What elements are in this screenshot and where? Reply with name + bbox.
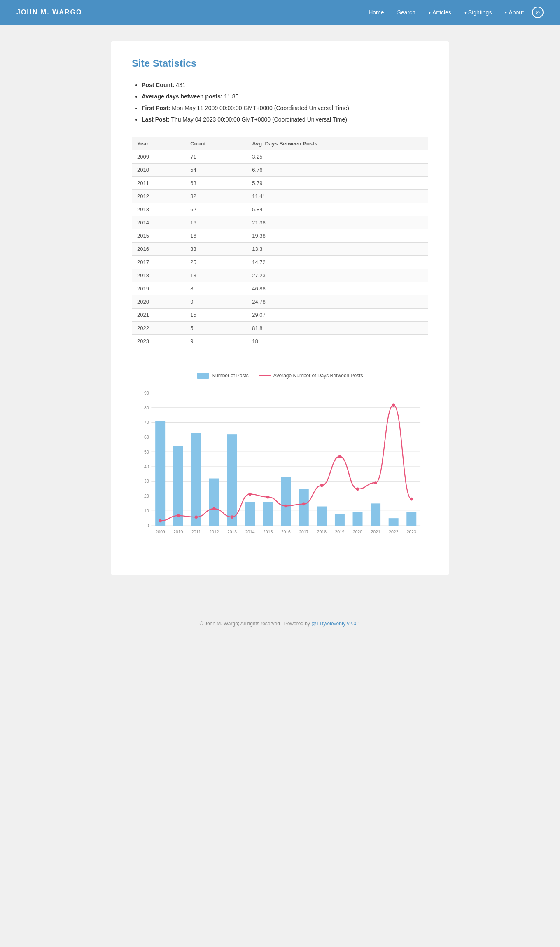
table-body: 2009713.252010546.762011635.7920123211.4…	[132, 150, 428, 348]
legend-bars: Number of Posts	[197, 373, 248, 379]
cell-r0-c1: 71	[185, 150, 247, 164]
svg-rect-24	[227, 434, 237, 526]
site-title: JOHN M. WARGO	[16, 9, 82, 16]
cell-r9-c2: 27.23	[247, 269, 428, 282]
stats-table: Year Count Avg. Days Between Posts 20097…	[132, 137, 428, 348]
svg-rect-26	[263, 502, 273, 526]
table-row: 20181327.23	[132, 269, 428, 282]
svg-text:2012: 2012	[209, 530, 219, 534]
cell-r3-c1: 32	[185, 190, 247, 203]
avg-days-value: 11.85	[224, 93, 238, 100]
svg-point-42	[284, 505, 287, 508]
svg-text:0: 0	[147, 524, 149, 528]
cell-r9-c1: 13	[185, 269, 247, 282]
table-row: 2013625.84	[132, 203, 428, 216]
svg-text:2013: 2013	[227, 530, 237, 534]
svg-point-43	[302, 503, 306, 506]
svg-text:40: 40	[144, 465, 149, 469]
svg-text:2022: 2022	[389, 530, 398, 534]
svg-text:2014: 2014	[245, 530, 254, 534]
svg-rect-23	[209, 479, 219, 526]
avg-days-item: Average days between posts: 11.85	[142, 91, 428, 102]
cell-r11-c2: 24.78	[247, 295, 428, 309]
table-row: 20211529.07	[132, 309, 428, 322]
svg-text:10: 10	[144, 509, 149, 513]
cell-r8-c0: 2017	[132, 256, 185, 269]
table-row: 20163313.3	[132, 243, 428, 256]
svg-rect-34	[406, 512, 416, 526]
stats-list: Post Count: 431 Average days between pos…	[132, 79, 428, 125]
page-title: Site Statistics	[132, 58, 428, 69]
svg-text:2010: 2010	[173, 530, 183, 534]
footer-text: © John M. Wargo; All rights reserved | P…	[200, 621, 312, 627]
cell-r4-c0: 2013	[132, 203, 185, 216]
table-row: 2019846.88	[132, 282, 428, 295]
cell-r10-c0: 2019	[132, 282, 185, 295]
table-row: 2020924.78	[132, 295, 428, 309]
svg-text:20: 20	[144, 494, 149, 498]
cell-r14-c1: 9	[185, 335, 247, 348]
last-post-value: Thu May 04 2023 00:00:00 GMT+0000 (Coord…	[171, 116, 347, 123]
first-post-value: Mon May 11 2009 00:00:00 GMT+0000 (Coord…	[172, 105, 349, 111]
svg-text:60: 60	[144, 435, 149, 440]
svg-point-39	[231, 515, 234, 519]
svg-rect-25	[245, 502, 255, 526]
col-avg-days: Avg. Days Between Posts	[247, 137, 428, 150]
cell-r2-c0: 2011	[132, 177, 185, 190]
nav-articles[interactable]: Articles	[424, 7, 456, 18]
bar-line-chart: 0102030405060708090200920102011201220132…	[132, 385, 428, 549]
svg-text:2017: 2017	[299, 530, 308, 534]
cell-r14-c2: 18	[247, 335, 428, 348]
cell-r7-c1: 33	[185, 243, 247, 256]
cell-r8-c2: 14.72	[247, 256, 428, 269]
svg-text:2011: 2011	[191, 530, 201, 534]
nav-sightings[interactable]: Sightings	[460, 7, 497, 18]
svg-text:2009: 2009	[156, 530, 165, 534]
svg-point-49	[410, 498, 413, 501]
cell-r2-c1: 63	[185, 177, 247, 190]
nav-search[interactable]: Search	[392, 7, 420, 18]
cell-r14-c0: 2023	[132, 335, 185, 348]
table-row: 20172514.72	[132, 256, 428, 269]
cell-r4-c1: 62	[185, 203, 247, 216]
svg-text:70: 70	[144, 420, 149, 425]
cell-r10-c2: 46.88	[247, 282, 428, 295]
cell-r12-c2: 29.07	[247, 309, 428, 322]
cell-r6-c2: 19.38	[247, 229, 428, 243]
svg-point-38	[212, 507, 216, 510]
line-legend-label: Average Number of Days Between Posts	[273, 373, 363, 379]
svg-point-36	[177, 514, 180, 517]
cell-r13-c0: 2022	[132, 322, 185, 335]
nav-home[interactable]: Home	[364, 7, 389, 18]
cell-r12-c0: 2021	[132, 309, 185, 322]
last-post-item: Last Post: Thu May 04 2023 00:00:00 GMT+…	[142, 114, 428, 125]
cell-r0-c0: 2009	[132, 150, 185, 164]
svg-text:2023: 2023	[407, 530, 416, 534]
cell-r6-c0: 2015	[132, 229, 185, 243]
first-post-item: First Post: Mon May 11 2009 00:00:00 GMT…	[142, 102, 428, 114]
chart-legend: Number of Posts Average Number of Days B…	[132, 373, 428, 379]
svg-point-40	[248, 493, 252, 496]
cell-r1-c1: 54	[185, 164, 247, 177]
footer-link[interactable]: @11ty/eleventy v2.0.1	[311, 621, 360, 627]
cell-r3-c2: 11.41	[247, 190, 428, 203]
svg-point-48	[392, 404, 395, 407]
legend-line: Average Number of Days Between Posts	[259, 373, 363, 379]
post-count-label: Post Count:	[142, 82, 174, 88]
cell-r4-c2: 5.84	[247, 203, 428, 216]
svg-point-44	[320, 484, 324, 487]
cell-r10-c1: 8	[185, 282, 247, 295]
nav-about[interactable]: About	[500, 7, 529, 18]
github-icon[interactable]: ⊙	[532, 7, 544, 18]
svg-point-37	[195, 516, 198, 519]
table-row: 20151619.38	[132, 229, 428, 243]
svg-text:2015: 2015	[263, 530, 273, 534]
svg-rect-28	[299, 489, 309, 526]
table-row: 2009713.25	[132, 150, 428, 164]
table-row: 2011635.79	[132, 177, 428, 190]
cell-r1-c0: 2010	[132, 164, 185, 177]
svg-text:30: 30	[144, 479, 149, 484]
cell-r0-c2: 3.25	[247, 150, 428, 164]
table-row: 2023918	[132, 335, 428, 348]
svg-text:2020: 2020	[353, 530, 362, 534]
